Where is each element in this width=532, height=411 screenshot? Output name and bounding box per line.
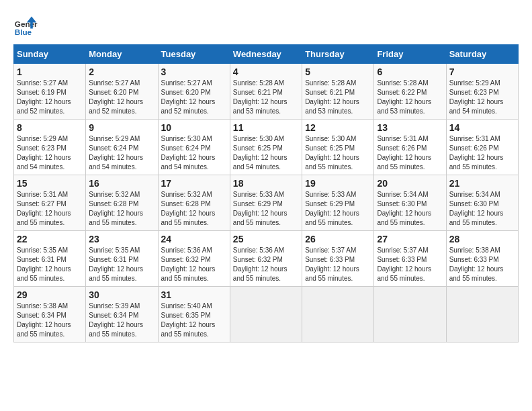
calendar-cell: 5 Sunrise: 5:28 AM Sunset: 6:21 PM Dayli… — [302, 64, 374, 120]
calendar-cell — [302, 287, 374, 342]
calendar-body: 1 Sunrise: 5:27 AM Sunset: 6:19 PM Dayli… — [14, 64, 519, 342]
calendar-cell: 16 Sunrise: 5:32 AM Sunset: 6:28 PM Dayl… — [86, 175, 158, 231]
day-info: Sunrise: 5:39 AM Sunset: 6:34 PM Dayligh… — [89, 302, 154, 339]
day-info: Sunrise: 5:30 AM Sunset: 6:24 PM Dayligh… — [161, 134, 227, 172]
day-info: Sunrise: 5:30 AM Sunset: 6:25 PM Dayligh… — [305, 134, 371, 172]
day-info: Sunrise: 5:38 AM Sunset: 6:33 PM Dayligh… — [449, 246, 515, 283]
calendar-cell: 10 Sunrise: 5:30 AM Sunset: 6:24 PM Dayl… — [158, 120, 230, 175]
day-info: Sunrise: 5:31 AM Sunset: 6:26 PM Dayligh… — [377, 134, 443, 172]
day-number: 20 — [377, 178, 443, 189]
calendar-week-2: 8 Sunrise: 5:29 AM Sunset: 6:23 PM Dayli… — [14, 120, 519, 175]
day-info: Sunrise: 5:34 AM Sunset: 6:30 PM Dayligh… — [449, 190, 515, 228]
calendar-cell: 8 Sunrise: 5:29 AM Sunset: 6:23 PM Dayli… — [14, 120, 86, 175]
calendar-cell: 26 Sunrise: 5:37 AM Sunset: 6:33 PM Dayl… — [302, 231, 374, 287]
day-number: 23 — [89, 234, 154, 244]
day-number: 19 — [305, 178, 371, 189]
weekday-friday: Friday — [374, 45, 446, 64]
day-number: 11 — [233, 122, 299, 133]
logo-icon: General Blue — [13, 13, 38, 38]
day-number: 5 — [305, 66, 371, 77]
calendar-cell: 19 Sunrise: 5:33 AM Sunset: 6:29 PM Dayl… — [302, 175, 374, 231]
day-info: Sunrise: 5:28 AM Sunset: 6:21 PM Dayligh… — [305, 79, 371, 116]
day-info: Sunrise: 5:37 AM Sunset: 6:33 PM Dayligh… — [377, 246, 443, 283]
calendar-cell: 2 Sunrise: 5:27 AM Sunset: 6:20 PM Dayli… — [86, 64, 158, 120]
day-number: 27 — [377, 234, 443, 244]
calendar-cell: 25 Sunrise: 5:36 AM Sunset: 6:32 PM Dayl… — [230, 231, 302, 287]
day-info: Sunrise: 5:29 AM Sunset: 6:24 PM Dayligh… — [89, 134, 154, 172]
weekday-thursday: Thursday — [302, 45, 374, 64]
day-info: Sunrise: 5:28 AM Sunset: 6:22 PM Dayligh… — [377, 79, 443, 116]
day-info: Sunrise: 5:34 AM Sunset: 6:30 PM Dayligh… — [377, 190, 443, 228]
day-number: 6 — [377, 66, 443, 77]
day-number: 2 — [89, 66, 154, 77]
calendar-cell: 17 Sunrise: 5:32 AM Sunset: 6:28 PM Dayl… — [158, 175, 230, 231]
calendar-cell: 3 Sunrise: 5:27 AM Sunset: 6:20 PM Dayli… — [158, 64, 230, 120]
calendar-cell: 6 Sunrise: 5:28 AM Sunset: 6:22 PM Dayli… — [374, 64, 446, 120]
weekday-tuesday: Tuesday — [158, 45, 230, 64]
calendar-cell: 24 Sunrise: 5:36 AM Sunset: 6:32 PM Dayl… — [158, 231, 230, 287]
day-info: Sunrise: 5:29 AM Sunset: 6:23 PM Dayligh… — [17, 134, 83, 172]
day-info: Sunrise: 5:36 AM Sunset: 6:32 PM Dayligh… — [161, 246, 227, 283]
day-info: Sunrise: 5:32 AM Sunset: 6:28 PM Dayligh… — [89, 190, 154, 228]
calendar-week-3: 15 Sunrise: 5:31 AM Sunset: 6:27 PM Dayl… — [14, 175, 519, 231]
day-number: 9 — [89, 122, 154, 133]
calendar-cell: 20 Sunrise: 5:34 AM Sunset: 6:30 PM Dayl… — [374, 175, 446, 231]
day-number: 16 — [89, 178, 154, 189]
day-number: 21 — [449, 178, 515, 189]
calendar-cell — [446, 287, 518, 342]
day-info: Sunrise: 5:35 AM Sunset: 6:31 PM Dayligh… — [89, 246, 154, 283]
day-number: 13 — [377, 122, 443, 133]
day-number: 28 — [449, 234, 515, 244]
day-number: 26 — [305, 234, 371, 244]
calendar-cell: 18 Sunrise: 5:33 AM Sunset: 6:29 PM Dayl… — [230, 175, 302, 231]
calendar-week-5: 29 Sunrise: 5:38 AM Sunset: 6:34 PM Dayl… — [14, 287, 519, 342]
calendar-cell: 4 Sunrise: 5:28 AM Sunset: 6:21 PM Dayli… — [230, 64, 302, 120]
day-info: Sunrise: 5:27 AM Sunset: 6:19 PM Dayligh… — [17, 79, 83, 116]
calendar-cell: 31 Sunrise: 5:40 AM Sunset: 6:35 PM Dayl… — [158, 287, 230, 342]
calendar-cell: 7 Sunrise: 5:29 AM Sunset: 6:23 PM Dayli… — [446, 64, 518, 120]
day-info: Sunrise: 5:31 AM Sunset: 6:27 PM Dayligh… — [17, 190, 83, 228]
day-number: 30 — [89, 289, 154, 300]
calendar-cell: 1 Sunrise: 5:27 AM Sunset: 6:19 PM Dayli… — [14, 64, 86, 120]
calendar-cell: 11 Sunrise: 5:30 AM Sunset: 6:25 PM Dayl… — [230, 120, 302, 175]
weekday-header-row: SundayMondayTuesdayWednesdayThursdayFrid… — [14, 45, 519, 64]
day-number: 31 — [161, 289, 227, 300]
calendar-cell: 28 Sunrise: 5:38 AM Sunset: 6:33 PM Dayl… — [446, 231, 518, 287]
day-number: 25 — [233, 234, 299, 244]
day-number: 10 — [161, 122, 227, 133]
weekday-wednesday: Wednesday — [230, 45, 302, 64]
calendar-cell — [230, 287, 302, 342]
day-info: Sunrise: 5:27 AM Sunset: 6:20 PM Dayligh… — [161, 79, 227, 116]
day-number: 17 — [161, 178, 227, 189]
svg-text:Blue: Blue — [15, 28, 32, 36]
day-number: 15 — [17, 178, 83, 189]
day-number: 12 — [305, 122, 371, 133]
calendar-cell: 15 Sunrise: 5:31 AM Sunset: 6:27 PM Dayl… — [14, 175, 86, 231]
calendar-week-4: 22 Sunrise: 5:35 AM Sunset: 6:31 PM Dayl… — [14, 231, 519, 287]
calendar-cell: 22 Sunrise: 5:35 AM Sunset: 6:31 PM Dayl… — [14, 231, 86, 287]
day-number: 4 — [233, 66, 299, 77]
weekday-monday: Monday — [86, 45, 158, 64]
weekday-saturday: Saturday — [446, 45, 518, 64]
weekday-sunday: Sunday — [14, 45, 86, 64]
calendar-cell: 13 Sunrise: 5:31 AM Sunset: 6:26 PM Dayl… — [374, 120, 446, 175]
day-info: Sunrise: 5:40 AM Sunset: 6:35 PM Dayligh… — [161, 302, 227, 339]
day-info: Sunrise: 5:27 AM Sunset: 6:20 PM Dayligh… — [89, 79, 154, 116]
day-number: 3 — [161, 66, 227, 77]
logo: General Blue — [13, 13, 38, 38]
calendar-cell: 27 Sunrise: 5:37 AM Sunset: 6:33 PM Dayl… — [374, 231, 446, 287]
calendar-cell: 21 Sunrise: 5:34 AM Sunset: 6:30 PM Dayl… — [446, 175, 518, 231]
calendar-week-1: 1 Sunrise: 5:27 AM Sunset: 6:19 PM Dayli… — [14, 64, 519, 120]
calendar-cell: 29 Sunrise: 5:38 AM Sunset: 6:34 PM Dayl… — [14, 287, 86, 342]
day-number: 8 — [17, 122, 83, 133]
day-number: 22 — [17, 234, 83, 244]
day-info: Sunrise: 5:32 AM Sunset: 6:28 PM Dayligh… — [161, 190, 227, 228]
calendar-table: SundayMondayTuesdayWednesdayThursdayFrid… — [13, 44, 519, 342]
page-header: General Blue — [13, 13, 519, 38]
day-info: Sunrise: 5:33 AM Sunset: 6:29 PM Dayligh… — [305, 190, 371, 228]
calendar-cell: 12 Sunrise: 5:30 AM Sunset: 6:25 PM Dayl… — [302, 120, 374, 175]
day-number: 1 — [17, 66, 83, 77]
calendar-cell: 14 Sunrise: 5:31 AM Sunset: 6:26 PM Dayl… — [446, 120, 518, 175]
day-number: 29 — [17, 289, 83, 300]
day-info: Sunrise: 5:37 AM Sunset: 6:33 PM Dayligh… — [305, 246, 371, 283]
